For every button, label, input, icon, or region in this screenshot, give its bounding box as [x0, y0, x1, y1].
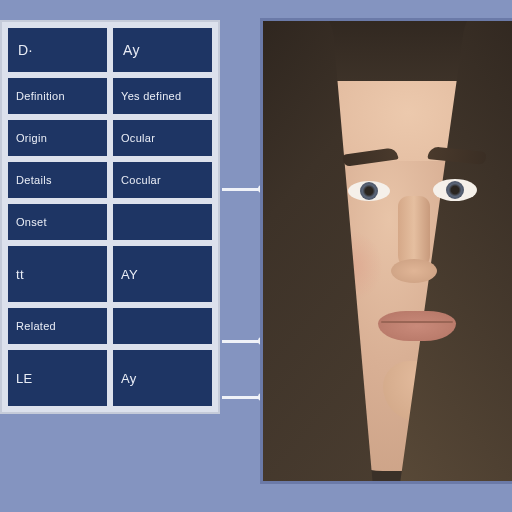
- table-row: D· Ay: [8, 28, 212, 72]
- table-row: Details Cocular: [8, 162, 212, 198]
- face-illustration: [263, 21, 512, 481]
- table-row: LE Ay: [8, 350, 212, 406]
- table-row: Origin Ocular: [8, 120, 212, 156]
- cell-right: Ocular: [113, 120, 212, 156]
- connector-line: [222, 340, 262, 343]
- cell-right: [113, 204, 212, 240]
- connector-line: [222, 188, 262, 191]
- cell-right: [113, 308, 212, 344]
- table-row: tt AY: [8, 246, 212, 302]
- cell-left: Origin: [8, 120, 107, 156]
- table-row: Related: [8, 308, 212, 344]
- cell-left: Onset: [8, 204, 107, 240]
- connector-line: [222, 396, 262, 399]
- cell-left: LE: [8, 350, 107, 406]
- cell-left: Related: [8, 308, 107, 344]
- cell-left: Definition: [8, 78, 107, 114]
- portrait-image: [260, 18, 512, 484]
- cell-right: AY: [113, 246, 212, 302]
- header-cell-right: Ay: [113, 28, 212, 72]
- cell-right: Yes defined: [113, 78, 212, 114]
- cell-right: Cocular: [113, 162, 212, 198]
- cell-left: Details: [8, 162, 107, 198]
- cell-left: tt: [8, 246, 107, 302]
- cell-right: Ay: [113, 350, 212, 406]
- attribute-table: D· Ay Definition Yes defined Origin Ocul…: [0, 20, 220, 414]
- table-row: Definition Yes defined: [8, 78, 212, 114]
- header-cell-left: D·: [8, 28, 107, 72]
- table-row: Onset: [8, 204, 212, 240]
